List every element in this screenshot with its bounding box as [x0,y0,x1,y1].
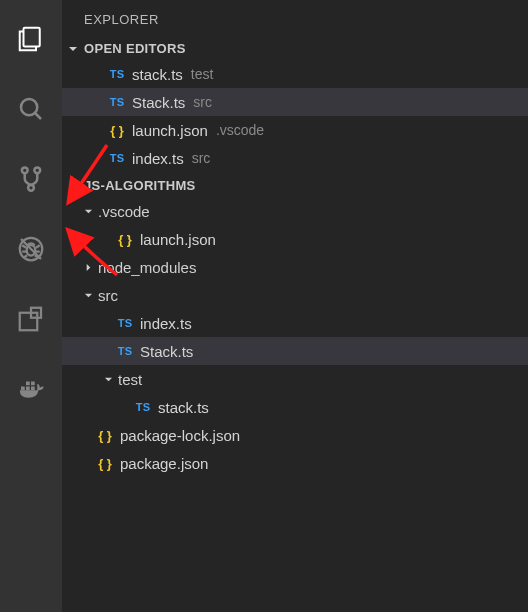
file-name: index.ts [140,315,192,332]
source-control-icon[interactable] [6,154,56,204]
open-editors-header[interactable]: OPEN EDITORS [62,37,528,60]
typescript-icon: TS [106,152,128,164]
svg-rect-0 [24,28,40,47]
folder-item[interactable]: .vscode [62,197,528,225]
json-icon: { } [94,456,116,471]
file-name: package-lock.json [120,427,240,444]
file-name: Stack.ts [132,94,185,111]
folder-name: node_modules [98,259,196,276]
activity-bar [0,0,62,612]
svg-rect-10 [26,387,30,391]
svg-rect-7 [20,313,38,331]
file-name: launch.json [140,231,216,248]
svg-rect-13 [31,382,35,386]
chevron-down-icon [66,181,80,191]
file-item[interactable]: { }package-lock.json [62,421,528,449]
file-name: Stack.ts [140,343,193,360]
open-editor-item[interactable]: { }launch.json.vscode [62,116,528,144]
chevron-down-icon [102,375,114,384]
chevron-down-icon [82,207,94,216]
chevron-right-icon [82,263,94,272]
svg-rect-9 [21,387,25,391]
svg-point-3 [34,167,40,173]
chevron-down-icon [82,291,94,300]
file-name: launch.json [132,122,208,139]
file-name: package.json [120,455,208,472]
typescript-icon: TS [114,345,136,357]
file-name: stack.ts [158,399,209,416]
open-editor-item[interactable]: TSstack.tstest [62,60,528,88]
open-editors-list: TSstack.tstestTSStack.tssrc{ }launch.jso… [62,60,528,172]
open-editor-item[interactable]: TSindex.tssrc [62,144,528,172]
svg-point-2 [22,167,28,173]
json-icon: { } [114,232,136,247]
chevron-down-icon [66,44,80,54]
debug-icon[interactable] [6,224,56,274]
typescript-icon: TS [106,68,128,80]
explorer-icon[interactable] [6,14,56,64]
docker-icon[interactable] [6,364,56,414]
svg-rect-11 [31,387,35,391]
folder-name: src [98,287,118,304]
typescript-icon: TS [106,96,128,108]
file-item[interactable]: TSstack.ts [62,393,528,421]
file-path: .vscode [216,122,264,138]
file-name: index.ts [132,150,184,167]
folder-item[interactable]: src [62,281,528,309]
folder-item[interactable]: node_modules [62,253,528,281]
workspace-header[interactable]: JS-ALGORITHMS [62,174,528,197]
svg-rect-12 [26,382,30,386]
svg-point-1 [21,99,37,115]
file-path: src [192,150,211,166]
file-item[interactable]: { }launch.json [62,225,528,253]
file-tree: .vscode{ }launch.jsonnode_modulessrcTSin… [62,197,528,477]
file-item[interactable]: TSindex.ts [62,309,528,337]
extensions-icon[interactable] [6,294,56,344]
explorer-sidebar: EXPLORER OPEN EDITORS TSstack.tstestTSSt… [62,0,528,612]
open-editors-label: OPEN EDITORS [84,41,186,56]
file-path: src [193,94,212,110]
folder-name: .vscode [98,203,150,220]
file-item[interactable]: { }package.json [62,449,528,477]
explorer-title: EXPLORER [62,0,528,37]
workspace-label: JS-ALGORITHMS [84,178,196,193]
json-icon: { } [94,428,116,443]
file-path: test [191,66,214,82]
typescript-icon: TS [132,401,154,413]
typescript-icon: TS [114,317,136,329]
json-icon: { } [106,123,128,138]
folder-item[interactable]: test [62,365,528,393]
open-editor-item[interactable]: TSStack.tssrc [62,88,528,116]
search-icon[interactable] [6,84,56,134]
folder-name: test [118,371,142,388]
file-item[interactable]: TSStack.ts [62,337,528,365]
svg-point-4 [28,185,34,191]
file-name: stack.ts [132,66,183,83]
